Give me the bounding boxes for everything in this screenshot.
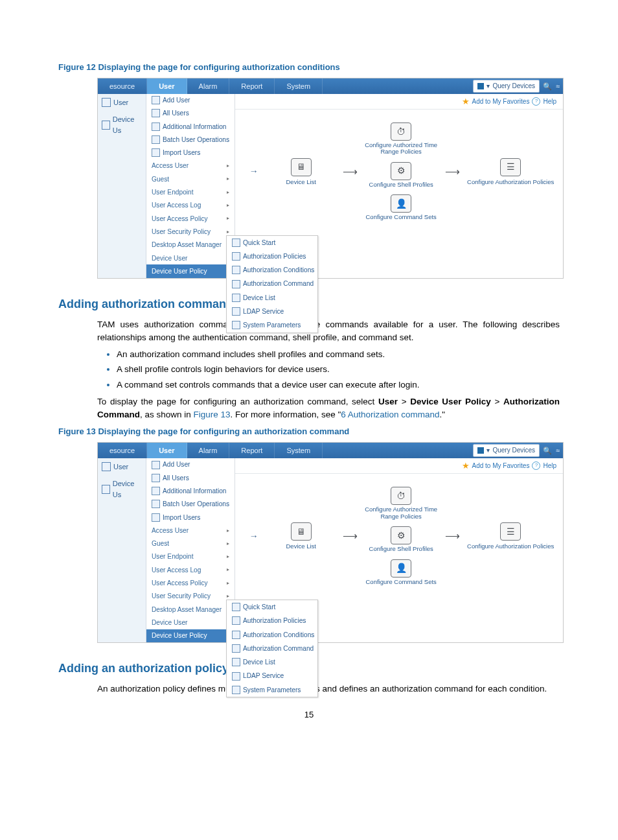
wf-device-list[interactable]: 🖥Device List bbox=[267, 158, 335, 185]
wf-shell-profiles[interactable]: ⚙Configure Shell Profiles bbox=[369, 526, 433, 552]
menu-path: User bbox=[378, 397, 398, 406]
flyout-item-authorization-policies[interactable]: Authorization Policies bbox=[227, 614, 317, 627]
wf-command-sets[interactable]: 👤Configure Command Sets bbox=[366, 194, 437, 220]
flyout-item-system-parameters[interactable]: System Parameters bbox=[227, 318, 317, 332]
flyout-item-authorization-command[interactable]: Authorization Command bbox=[227, 642, 317, 655]
submenu-item-guest[interactable]: Guest▸ bbox=[146, 537, 235, 550]
left-tab-device-us[interactable]: Device Us bbox=[98, 475, 146, 503]
submenu-item-device-user-policy[interactable]: Device User Policy▸ bbox=[146, 629, 235, 642]
menu-item-batch-user-operations[interactable]: Batch User Operations bbox=[146, 498, 235, 511]
help-link[interactable]: Help bbox=[543, 461, 556, 471]
flyout-item-device-list[interactable]: Device List bbox=[227, 655, 317, 669]
left-tab-user[interactable]: User bbox=[98, 94, 146, 111]
flyout-item-quick-start[interactable]: Quick Start bbox=[227, 600, 317, 614]
help-link[interactable]: Help bbox=[543, 97, 556, 106]
flyout-item-ldap-service[interactable]: LDAP Service bbox=[227, 305, 317, 318]
wf-auth-policies-label: Configure Authorization Policies bbox=[467, 543, 554, 550]
flyout-item-authorization-policies[interactable]: Authorization Policies bbox=[227, 250, 317, 263]
submenu-item-user-access-log[interactable]: User Access Log▸ bbox=[146, 563, 235, 576]
search-icon[interactable]: 🔍 bbox=[542, 78, 553, 94]
wf-device-list-icon: 🖥 bbox=[291, 522, 312, 541]
submenu-item-user-access-log[interactable]: User Access Log▸ bbox=[146, 199, 235, 212]
wf-time-policies[interactable]: ⏱Configure Authorized TimeRange Policies bbox=[365, 122, 437, 156]
submenu-item-user-security-policy[interactable]: User Security Policy▸ bbox=[146, 590, 235, 603]
wf-device-list-label: Device List bbox=[286, 543, 315, 550]
menu-item-additional-information[interactable]: Additional Information bbox=[146, 485, 235, 498]
menu-icon bbox=[152, 96, 160, 104]
left-tab-device-us[interactable]: Device Us bbox=[98, 111, 146, 139]
submenu-item-desktop-asset-manager[interactable]: Desktop Asset Manager▸ bbox=[146, 239, 235, 251]
menu-item-additional-information[interactable]: Additional Information bbox=[146, 120, 235, 133]
nav-tab-esource[interactable]: esource bbox=[98, 443, 147, 458]
submenu-item-access-user[interactable]: Access User▸ bbox=[146, 524, 235, 537]
flyout-item-device-list[interactable]: Device List bbox=[227, 291, 317, 305]
nav-tab-user[interactable]: User bbox=[147, 443, 187, 458]
submenu-item-user-endpoint[interactable]: User Endpoint▸ bbox=[146, 550, 235, 563]
nav-tab-user[interactable]: User bbox=[147, 78, 187, 94]
add-favorites-link[interactable]: Add to My Favorites bbox=[472, 461, 530, 471]
flyout-item-quick-start[interactable]: Quick Start bbox=[227, 236, 317, 250]
search-box[interactable]: ▾Query Devices bbox=[473, 80, 540, 93]
nav-tab-report[interactable]: Report bbox=[229, 78, 275, 94]
figure13-caption: Figure 13 Displaying the page for config… bbox=[58, 425, 560, 438]
left-tab-user[interactable]: User bbox=[98, 458, 146, 476]
menu-item-add-user[interactable]: Add User bbox=[146, 94, 235, 107]
menu-item-all-users[interactable]: All Users bbox=[146, 107, 235, 120]
flyout-item-authorization-conditions[interactable]: Authorization Conditions bbox=[227, 628, 317, 642]
submenu-item-device-user-policy[interactable]: Device User Policy▸ bbox=[146, 264, 235, 277]
menu-item-all-users[interactable]: All Users bbox=[146, 471, 235, 484]
nav-tab-report[interactable]: Report bbox=[229, 443, 275, 458]
search-icon[interactable]: 🔍 bbox=[542, 443, 553, 458]
submenu-item-user-endpoint[interactable]: User Endpoint▸ bbox=[146, 186, 235, 199]
arrow-icon: ⟶ bbox=[445, 528, 460, 544]
wf-device-list[interactable]: 🖥Device List bbox=[267, 522, 335, 550]
submenu-item-user-security-policy[interactable]: User Security Policy▸ bbox=[146, 225, 235, 238]
submenu-item-user-access-policy[interactable]: User Access Policy▸ bbox=[146, 577, 235, 590]
nav-tab-esource[interactable]: esource bbox=[98, 78, 147, 94]
wf-shell-profiles[interactable]: ⚙Configure Shell Profiles bbox=[369, 162, 433, 188]
star-icon: ★ bbox=[462, 95, 470, 108]
submenu-item-device-user[interactable]: Device User▸ bbox=[146, 616, 235, 629]
menu-icon bbox=[152, 122, 160, 131]
flyout-icon bbox=[232, 672, 240, 681]
nav-tab-alarm[interactable]: Alarm bbox=[187, 443, 230, 458]
dropdown-icon[interactable]: ▾ bbox=[486, 81, 490, 91]
submenu-item-guest[interactable]: Guest▸ bbox=[146, 172, 235, 185]
wf-time-policies[interactable]: ⏱Configure Authorized TimeRange Policies bbox=[365, 487, 437, 520]
search-box[interactable]: ▾Query Devices bbox=[473, 444, 540, 457]
wf-auth-policies[interactable]: ☰Configure Authorization Policies bbox=[467, 522, 554, 550]
wf-command-sets-label: Configure Command Sets bbox=[366, 214, 437, 220]
cross-reference-link[interactable]: 6 Authorization command bbox=[341, 410, 439, 419]
text: ." bbox=[440, 410, 446, 419]
wf-time-policies-icon: ⏱ bbox=[391, 122, 411, 141]
expand-icon[interactable]: ≈ bbox=[553, 78, 563, 94]
figure-link[interactable]: Figure 13 bbox=[194, 410, 231, 419]
dropdown-icon[interactable]: ▾ bbox=[486, 445, 490, 455]
flyout-item-system-parameters[interactable]: System Parameters bbox=[227, 683, 317, 697]
submenu-item-user-access-policy[interactable]: User Access Policy▸ bbox=[146, 212, 235, 225]
add-favorites-link[interactable]: Add to My Favorites bbox=[472, 97, 530, 106]
nav-tab-alarm[interactable]: Alarm bbox=[187, 78, 230, 94]
wf-auth-policies-icon: ☰ bbox=[500, 522, 521, 541]
help-icon[interactable]: ? bbox=[532, 97, 540, 106]
menu-item-import-users[interactable]: Import Users bbox=[146, 511, 235, 524]
flyout-item-ldap-service[interactable]: LDAP Service bbox=[227, 669, 317, 682]
submenu-item-device-user[interactable]: Device User▸ bbox=[146, 251, 235, 264]
expand-icon[interactable]: ≈ bbox=[553, 443, 563, 458]
flyout-icon bbox=[232, 252, 240, 261]
wf-auth-policies[interactable]: ☰Configure Authorization Policies bbox=[467, 158, 554, 185]
tab-icon bbox=[102, 121, 110, 130]
menu-item-add-user[interactable]: Add User bbox=[146, 458, 235, 471]
wf-command-sets[interactable]: 👤Configure Command Sets bbox=[366, 559, 437, 585]
wf-command-sets-label: Configure Command Sets bbox=[366, 579, 437, 585]
start-arrow-icon: → bbox=[249, 165, 260, 178]
flyout-item-authorization-conditions[interactable]: Authorization Conditions bbox=[227, 263, 317, 277]
submenu-item-desktop-asset-manager[interactable]: Desktop Asset Manager▸ bbox=[146, 603, 235, 616]
submenu-item-access-user[interactable]: Access User▸ bbox=[146, 159, 235, 172]
nav-tab-system[interactable]: System bbox=[275, 78, 323, 94]
menu-item-batch-user-operations[interactable]: Batch User Operations bbox=[146, 133, 235, 146]
nav-tab-system[interactable]: System bbox=[275, 443, 323, 458]
menu-item-import-users[interactable]: Import Users bbox=[146, 146, 235, 159]
flyout-item-authorization-command[interactable]: Authorization Command bbox=[227, 277, 317, 290]
help-icon[interactable]: ? bbox=[532, 461, 540, 470]
